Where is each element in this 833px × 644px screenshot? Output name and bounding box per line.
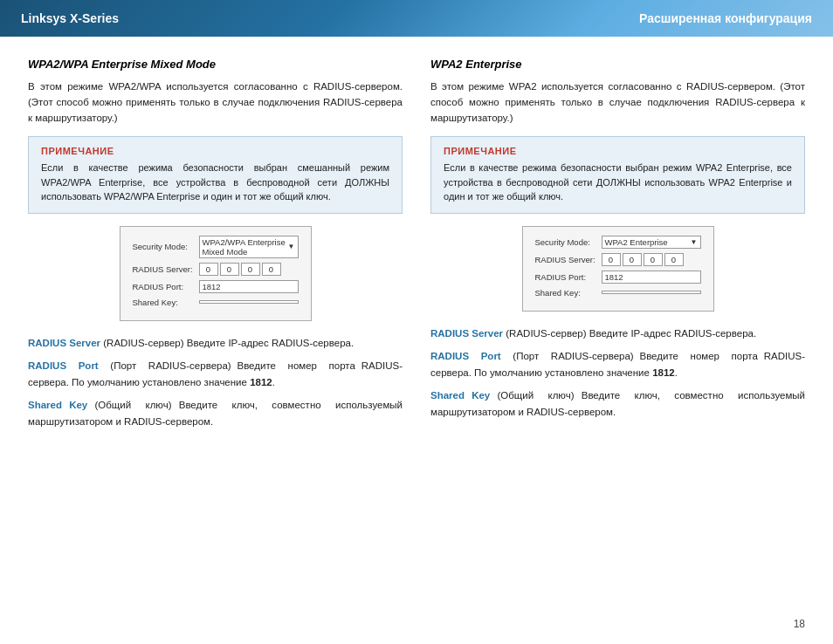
left-param-1: RADIUS Server (RADIUS-сервер) Введите IP… <box>28 335 403 351</box>
left-security-mode-row: Security Mode: WPA2/WPA Enterprise Mixed… <box>133 236 299 258</box>
right-note-title: ПРИМЕЧАНИЕ <box>444 146 792 156</box>
left-octet-2[interactable]: 0 <box>220 263 239 276</box>
right-param-1: RADIUS Server (RADIUS-сервер) Введите IP… <box>430 325 805 341</box>
right-param-1-text: (RADIUS-сервер) Введите IP-адрес RADIUS-… <box>503 328 756 339</box>
left-octet-1[interactable]: 0 <box>199 263 218 276</box>
right-security-mode-value: WPA2 Enterprise <box>605 237 668 247</box>
right-note-box: ПРИМЕЧАНИЕ Если в качестве режима безопа… <box>430 136 805 214</box>
right-param-2-name: RADIUS Port <box>430 351 501 361</box>
right-param-2: RADIUS Port (Порт RADIUS-сервера) Введит… <box>430 348 805 380</box>
left-radius-server-octets: 0 0 0 0 <box>199 263 299 276</box>
page-number: 18 <box>794 618 805 630</box>
left-octet-4[interactable]: 0 <box>262 263 281 276</box>
right-radius-server-octets: 0 0 0 0 <box>602 253 701 266</box>
section-title: Расширенная конфигурация <box>639 11 812 25</box>
right-shared-key-row: Shared Key: <box>535 288 701 298</box>
right-security-mode-row: Security Mode: WPA2 Enterprise ▼ <box>535 236 701 249</box>
right-radius-port-label: RADIUS Port: <box>535 272 598 282</box>
left-security-mode-arrow: ▼ <box>288 243 295 250</box>
right-ui-wrapper: Security Mode: WPA2 Enterprise ▼ RADIUS … <box>430 226 805 325</box>
right-ui-box: Security Mode: WPA2 Enterprise ▼ RADIUS … <box>522 226 714 312</box>
right-octet-4[interactable]: 0 <box>664 253 684 266</box>
left-octet-3[interactable]: 0 <box>241 263 260 276</box>
left-note-title: ПРИМЕЧАНИЕ <box>41 146 389 156</box>
right-radius-port-value[interactable]: 1812 <box>602 271 701 284</box>
left-shared-key-label: Shared Key: <box>133 298 196 307</box>
right-security-mode-arrow: ▼ <box>691 238 698 246</box>
left-column: WPA2/WPA Enterprise Mixed Mode В этом ре… <box>28 58 403 436</box>
left-radius-server-label: RADIUS Server: <box>133 264 196 274</box>
left-security-mode-select[interactable]: WPA2/WPA Enterprise Mixed Mode ▼ <box>199 236 299 258</box>
right-octet-3[interactable]: 0 <box>644 253 663 266</box>
left-param-2-name: RADIUS Port <box>28 360 99 371</box>
right-octet-1[interactable]: 0 <box>602 253 621 266</box>
right-param-1-name: RADIUS Server <box>430 328 503 339</box>
left-security-mode-label: Security Mode: <box>133 242 196 251</box>
right-radius-server-label: RADIUS Server: <box>535 255 598 264</box>
left-radius-port-row: RADIUS Port: 1812 <box>133 280 299 293</box>
right-note-text: Если в качестве режима безопасности выбр… <box>444 161 792 204</box>
left-param-2: RADIUS Port (Порт RADIUS-сервера) Введит… <box>28 358 403 390</box>
left-radius-server-row: RADIUS Server: 0 0 0 0 <box>133 263 299 276</box>
right-octet-2[interactable]: 0 <box>623 253 642 266</box>
right-security-mode-select[interactable]: WPA2 Enterprise ▼ <box>602 236 701 249</box>
right-shared-key-value[interactable] <box>602 291 701 294</box>
left-shared-key-row: Shared Key: <box>133 298 299 307</box>
left-note-text: Если в качестве режима безопасности выбр… <box>41 161 389 204</box>
right-security-mode-label: Security Mode: <box>535 237 598 247</box>
left-shared-key-value[interactable] <box>199 300 299 304</box>
left-ui-box: Security Mode: WPA2/WPA Enterprise Mixed… <box>120 226 312 321</box>
right-radius-server-row: RADIUS Server: 0 0 0 0 <box>535 253 701 266</box>
left-section-title: WPA2/WPA Enterprise Mixed Mode <box>28 58 403 71</box>
left-body-text: В этом режиме WPA2/WPA используется согл… <box>28 79 403 126</box>
right-radius-port-row: RADIUS Port: 1812 <box>535 271 701 284</box>
right-param-3: Shared Key (Общий ключ) Введите ключ, со… <box>430 387 805 420</box>
right-body-text: В этом режиме WPA2 используется согласов… <box>430 79 805 126</box>
left-radius-port-value[interactable]: 1812 <box>199 280 299 293</box>
left-radius-port-label: RADIUS Port: <box>133 282 196 291</box>
left-param-3-name: Shared Key <box>28 400 87 410</box>
left-param-1-text: (RADIUS-сервер) Введите IP-адрес RADIUS-… <box>100 338 354 348</box>
left-param-1-name: RADIUS Server <box>28 338 100 348</box>
right-param-3-name: Shared Key <box>430 390 490 401</box>
main-content: WPA2/WPA Enterprise Mixed Mode В этом ре… <box>0 37 833 450</box>
brand-name: Linksys X-Series <box>21 11 119 25</box>
right-section-title: WPA2 Enterprise <box>430 58 805 71</box>
left-ui-wrapper: Security Mode: WPA2/WPA Enterprise Mixed… <box>28 226 403 335</box>
left-param-3: Shared Key (Общий ключ) Введите ключ, со… <box>28 397 403 429</box>
page-header: Linksys X-Series Расширенная конфигураци… <box>0 0 833 37</box>
left-note-box: ПРИМЕЧАНИЕ Если в качестве режима безопа… <box>28 136 403 214</box>
right-column: WPA2 Enterprise В этом режиме WPA2 испол… <box>430 58 805 436</box>
left-security-mode-value: WPA2/WPA Enterprise Mixed Mode <box>203 237 288 257</box>
right-shared-key-label: Shared Key: <box>535 288 598 298</box>
